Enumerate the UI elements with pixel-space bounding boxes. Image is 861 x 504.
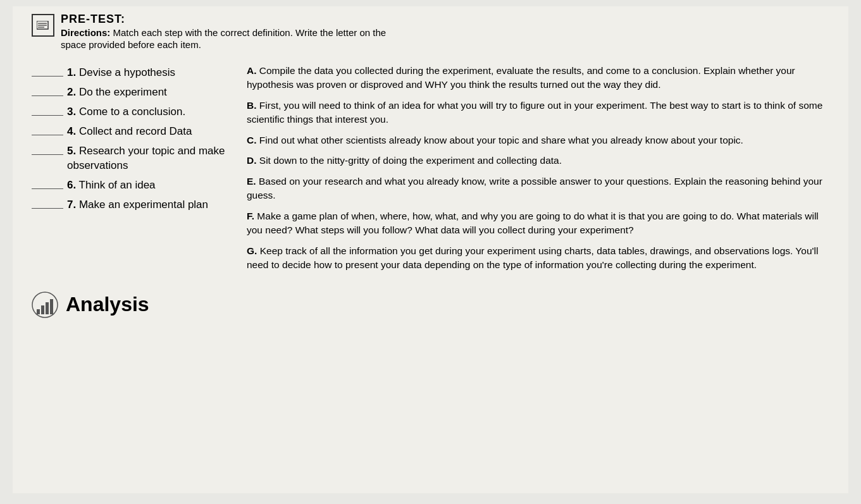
svg-rect-8 — [50, 299, 53, 314]
svg-rect-6 — [41, 305, 44, 314]
answer-blank[interactable] — [32, 188, 63, 189]
def-label: F. — [247, 211, 254, 221]
directions-bold: Directions: — [61, 27, 110, 38]
analysis-title: Analysis — [66, 293, 149, 316]
left-column: 1. Devise a hypothesis 2. Do the experim… — [32, 63, 234, 279]
pre-test-label: PRE-TEST: — [61, 13, 829, 26]
analysis-chart-icon — [32, 292, 58, 318]
directions-line: Directions: Match each step with the cor… — [61, 26, 829, 39]
answer-blank[interactable] — [32, 135, 63, 135]
def-label: C. — [247, 135, 257, 145]
definition-item: C. Find out what other scientists alread… — [247, 133, 829, 147]
list-item: 6. Think of an idea — [32, 178, 234, 193]
def-label: A. — [247, 65, 257, 76]
item-label: 5. Research your topic and make observat… — [67, 144, 234, 173]
answer-blank[interactable] — [32, 154, 63, 155]
list-item: 7. Make an experimental plan — [32, 198, 234, 212]
list-item: 4. Collect and record Data — [32, 125, 234, 139]
list-item: 5. Research your topic and make observat… — [32, 144, 234, 173]
list-item: 1. Devise a hypothesis — [32, 66, 234, 80]
def-label: D. — [247, 155, 257, 166]
def-label: G. — [247, 245, 257, 256]
item-label: 6. Think of an idea — [67, 178, 234, 193]
header-row: PRE-TEST: Directions: Match each step wi… — [32, 13, 829, 58]
directions-text: Match each step with the correct definit… — [110, 27, 386, 38]
def-text: Sit down to the nitty-gritty of doing th… — [257, 155, 562, 166]
definition-item: A. Compile the data you collected during… — [247, 64, 829, 92]
definition-item: B. First, you will need to think of an i… — [247, 99, 829, 127]
svg-rect-5 — [37, 309, 40, 314]
list-item: 2. Do the experiment — [32, 85, 234, 100]
def-text: Based on your research and what you alre… — [247, 176, 822, 200]
answer-blank[interactable] — [32, 76, 63, 77]
definition-item: E. Based on your research and what you a… — [247, 175, 829, 203]
def-text: Make a game plan of when, where, how, wh… — [247, 211, 819, 235]
def-text: Keep track of all the information you ge… — [247, 245, 818, 270]
def-label: B. — [247, 100, 257, 111]
answer-blank[interactable] — [32, 95, 63, 96]
answer-blank[interactable] — [32, 208, 63, 209]
item-label: 1. Devise a hypothesis — [67, 66, 234, 80]
item-label: 3. Come to a conclusion. — [67, 105, 234, 120]
list-item: 3. Come to a conclusion. — [32, 105, 234, 120]
space-provided: space provided before each item. — [61, 39, 829, 50]
page-container: PRE-TEST: Directions: Match each step wi… — [13, 6, 848, 493]
content-area: 1. Devise a hypothesis 2. Do the experim… — [32, 63, 829, 279]
header-text: PRE-TEST: Directions: Match each step wi… — [61, 13, 829, 58]
definition-item: D. Sit down to the nitty-gritty of doing… — [247, 154, 829, 168]
svg-point-4 — [32, 292, 58, 317]
answer-blank[interactable] — [32, 115, 63, 116]
def-text: Find out what other scientists already k… — [257, 135, 743, 145]
right-column: A. Compile the data you collected during… — [247, 63, 829, 279]
item-label: 2. Do the experiment — [67, 85, 234, 100]
def-text: Compile the data you collected during th… — [247, 65, 795, 90]
svg-rect-7 — [46, 302, 49, 314]
def-text: First, you will need to think of an idea… — [247, 100, 822, 125]
bottom-section: Analysis — [32, 292, 829, 318]
def-label: E. — [247, 176, 256, 187]
document-icon — [32, 14, 54, 37]
definition-item: G. Keep track of all the information you… — [247, 244, 829, 273]
definition-item: F. Make a game plan of when, where, how,… — [247, 209, 829, 238]
item-label: 7. Make an experimental plan — [67, 198, 234, 212]
item-label: 4. Collect and record Data — [67, 125, 234, 139]
